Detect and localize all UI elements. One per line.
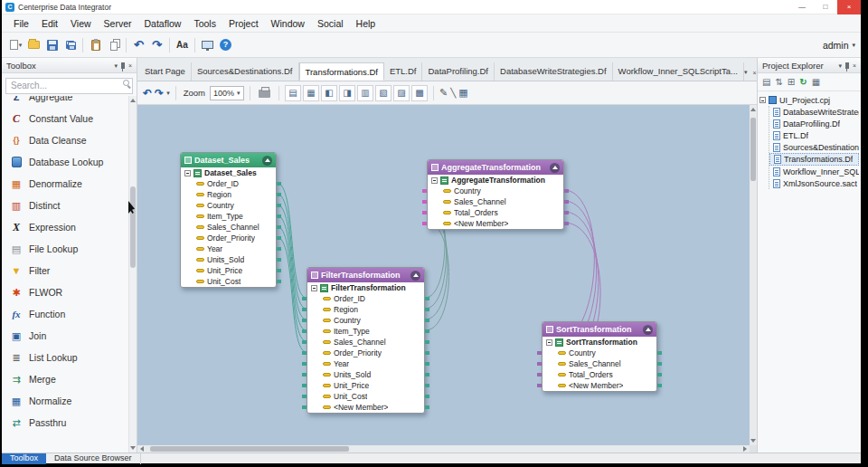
- field-row[interactable]: <New Member>: [428, 218, 563, 229]
- output-port[interactable]: [277, 193, 281, 196]
- field-row[interactable]: Year: [307, 358, 424, 369]
- nav-forward-icon[interactable]: ↷: [155, 88, 164, 99]
- expand-icon[interactable]: [311, 285, 317, 291]
- output-port[interactable]: [425, 395, 429, 398]
- node-root-row[interactable]: SortTransformation: [542, 337, 656, 348]
- toolbox-item[interactable]: ⇄ Passthru: [2, 412, 128, 434]
- field-row[interactable]: Order_ID: [181, 178, 276, 189]
- menu-item[interactable]: Window: [265, 16, 311, 31]
- menu-item[interactable]: Dataflow: [138, 16, 188, 31]
- scroll-right-icon[interactable]: [743, 446, 747, 452]
- tab-sources-destinations[interactable]: Sources&Destinations.Df: [192, 62, 299, 81]
- tab-list-caret-icon[interactable]: ▾: [744, 69, 748, 76]
- layout-tool-icon[interactable]: ▨: [393, 85, 410, 101]
- layout-tool-icon[interactable]: ◨: [339, 85, 355, 101]
- output-port[interactable]: [657, 351, 662, 355]
- output-port[interactable]: [277, 182, 281, 186]
- zoom-select[interactable]: 100% ▾: [210, 86, 244, 100]
- field-row[interactable]: Country: [181, 200, 276, 211]
- output-port[interactable]: [277, 280, 281, 283]
- toolbox-item[interactable]: X Expression: [2, 216, 128, 238]
- input-port[interactable]: [302, 373, 307, 376]
- panel-close-icon[interactable]: ×: [853, 62, 856, 69]
- expand-icon[interactable]: [546, 339, 552, 346]
- project-tool-icon[interactable]: ⊞: [788, 78, 795, 87]
- output-port[interactable]: [564, 211, 569, 214]
- toolbox-item[interactable]: ▦ Denormalize: [2, 173, 128, 195]
- help-button[interactable]: ?: [217, 36, 234, 54]
- input-port[interactable]: [302, 319, 307, 322]
- input-port[interactable]: [422, 222, 427, 225]
- scroll-thumb[interactable]: [750, 118, 756, 181]
- field-row[interactable]: Total_Orders: [428, 207, 563, 218]
- project-tree-item[interactable]: Workflow_Inner_SQLScript...: [769, 166, 859, 177]
- toolbox-item[interactable]: ⇉ Merge: [2, 368, 128, 390]
- project-tool-icon[interactable]: ↻: [799, 78, 807, 87]
- input-port[interactable]: [537, 362, 542, 366]
- input-port[interactable]: [422, 200, 427, 204]
- save-button[interactable]: [43, 36, 61, 54]
- field-row[interactable]: Sales_Channel: [181, 222, 276, 233]
- field-row[interactable]: <New Member>: [307, 402, 424, 413]
- field-row[interactable]: Region: [307, 304, 424, 315]
- scroll-up-icon[interactable]: [130, 99, 136, 102]
- node-root-row[interactable]: Dataset_Sales: [181, 167, 276, 178]
- output-port[interactable]: [277, 269, 281, 272]
- node-root-row[interactable]: FilterTransformation: [307, 282, 424, 293]
- layout-tool-icon[interactable]: ▦: [303, 85, 319, 101]
- line-tool-icon[interactable]: ╲: [450, 88, 456, 98]
- field-row[interactable]: Item_Type: [181, 211, 276, 222]
- node-root-row[interactable]: AggregateTransformation: [428, 175, 563, 186]
- project-tree-item[interactable]: ETL.Df: [769, 129, 859, 141]
- input-port[interactable]: [302, 297, 307, 300]
- panel-menu-caret-icon[interactable]: ▾: [114, 62, 118, 69]
- field-row[interactable]: Units_Sold: [307, 369, 424, 380]
- output-port[interactable]: [425, 405, 429, 409]
- input-port[interactable]: [302, 362, 307, 366]
- expand-icon[interactable]: [431, 177, 438, 184]
- project-root-item[interactable]: UI_Project.cpj: [760, 94, 859, 106]
- input-port[interactable]: [302, 395, 307, 398]
- toolbox-item[interactable]: {} Data Cleanse: [2, 129, 128, 151]
- toolbox-item[interactable]: ≣ List Lookup: [2, 347, 128, 368]
- field-row[interactable]: Region: [181, 189, 276, 200]
- toolbox-item[interactable]: fx Function: [2, 303, 128, 325]
- toolbox-scrollbar[interactable]: [128, 96, 137, 453]
- output-port[interactable]: [277, 204, 281, 207]
- preview-button[interactable]: [199, 36, 216, 54]
- input-port[interactable]: [302, 384, 307, 387]
- project-tree-item[interactable]: DataProfiling.Df: [769, 118, 859, 129]
- field-row[interactable]: Country: [542, 348, 656, 358]
- output-port[interactable]: [277, 225, 281, 229]
- bottom-tab-data-source-browser[interactable]: Data Source Browser: [46, 453, 141, 464]
- layout-tool-icon[interactable]: ▧: [375, 85, 392, 101]
- scroll-thumb[interactable]: [150, 446, 349, 452]
- project-tree-item[interactable]: DatabaseWriteStrategies.Df: [769, 106, 859, 118]
- redo-button[interactable]: ↷: [148, 36, 165, 54]
- field-row[interactable]: Units_Sold: [181, 254, 276, 265]
- output-port[interactable]: [425, 329, 429, 333]
- layout-tool-icon[interactable]: ▤: [285, 85, 301, 101]
- project-tool-icon[interactable]: ▦: [812, 78, 820, 87]
- input-port[interactable]: [302, 340, 307, 344]
- field-row[interactable]: Order_Priority: [307, 348, 424, 358]
- input-port[interactable]: [422, 189, 427, 193]
- field-row[interactable]: Order_ID: [307, 293, 424, 304]
- project-tool-icon[interactable]: ⇅: [775, 78, 782, 87]
- collapse-button[interactable]: [643, 325, 653, 335]
- output-port[interactable]: [657, 362, 662, 366]
- tab-start-page[interactable]: Start Page: [139, 62, 192, 81]
- field-row[interactable]: Sales_Channel: [428, 196, 563, 207]
- field-row[interactable]: Item_Type: [307, 326, 424, 337]
- menu-item[interactable]: Social: [311, 16, 350, 31]
- menu-item[interactable]: File: [7, 16, 35, 31]
- grid-toggle-icon[interactable]: ▦: [458, 87, 467, 99]
- tab-workflow-inner-sqlscript[interactable]: Workflow_Inner_SQLScriptTa...: [613, 62, 744, 81]
- input-port[interactable]: [537, 384, 542, 387]
- maximize-button[interactable]: □: [814, 0, 837, 14]
- output-port[interactable]: [277, 247, 281, 251]
- field-row[interactable]: Sales_Channel: [542, 358, 656, 369]
- pin-icon[interactable]: [121, 62, 125, 69]
- output-port[interactable]: [277, 214, 281, 218]
- output-port[interactable]: [425, 319, 429, 322]
